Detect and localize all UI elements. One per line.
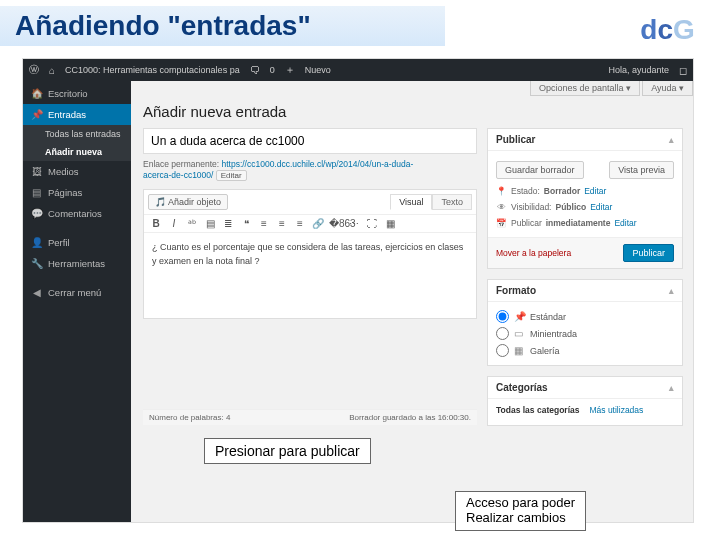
more-icon[interactable]: ⋯ — [347, 218, 361, 229]
strike-icon[interactable]: ᵃᵇ — [185, 218, 199, 229]
comments-icon[interactable]: 🗨 — [250, 65, 260, 76]
comments-count[interactable]: 0 — [270, 65, 275, 75]
new-icon[interactable]: ＋ — [285, 63, 295, 77]
tab-visual[interactable]: Visual — [390, 194, 432, 210]
tab-text[interactable]: Texto — [432, 194, 472, 210]
dashboard-icon: 🏠 — [31, 88, 42, 99]
move-to-trash-link[interactable]: Mover a la papelera — [496, 248, 571, 258]
wp-logo-icon[interactable]: ⓦ — [29, 63, 39, 77]
slide-title: Añadiendo "entradas" — [15, 10, 311, 42]
aside-icon: ▭ — [514, 328, 525, 339]
bold-icon[interactable]: B — [149, 218, 163, 229]
edit-status-link[interactable]: Editar — [584, 186, 606, 196]
fullscreen-icon[interactable]: ⛶ — [365, 218, 379, 229]
callout-access-changes: Acceso para poderRealizar cambios — [455, 491, 586, 531]
ol-icon[interactable]: ≣ — [221, 218, 235, 229]
admin-bar: ⓦ ⌂ CC1000: Herramientas computacionales… — [23, 59, 693, 81]
permalink-url[interactable]: https://cc1000.dcc.uchile.cl/wp/2014/04/… — [221, 159, 413, 169]
site-name[interactable]: CC1000: Herramientas computacionales pa — [65, 65, 240, 75]
sidebar-item-posts[interactable]: 📌Entradas — [23, 104, 131, 125]
sidebar-item-dashboard[interactable]: 🏠Escritorio — [23, 83, 131, 104]
greeting[interactable]: Hola, ayudante — [608, 65, 669, 75]
site-home-icon[interactable]: ⌂ — [49, 65, 55, 76]
permalink-row: Enlace permanente: https://cc1000.dcc.uc… — [143, 159, 477, 181]
comments-icon: 💬 — [31, 208, 42, 219]
chevron-up-icon[interactable]: ▴ — [669, 383, 674, 393]
chevron-up-icon[interactable]: ▴ — [669, 135, 674, 145]
align-left-icon[interactable]: ≡ — [257, 218, 271, 229]
new-label[interactable]: Nuevo — [305, 65, 331, 75]
sidebar-sub-add-new[interactable]: Añadir nueva — [23, 143, 131, 161]
collapse-icon: ◀ — [31, 287, 42, 298]
dcc-logo: dcG — [625, 2, 710, 57]
draft-saved-text: Borrador guardado a las 16:00:30. — [349, 413, 471, 422]
post-title-input[interactable] — [143, 128, 477, 154]
cat-tab-all[interactable]: Todas las categorías — [496, 405, 579, 415]
help-tab[interactable]: Ayuda ▾ — [642, 81, 693, 96]
edit-visibility-link[interactable]: Editar — [590, 202, 612, 212]
align-center-icon[interactable]: ≡ — [275, 218, 289, 229]
unlink-icon[interactable]: �863 — [329, 218, 343, 229]
pin-icon: 📌 — [31, 109, 42, 120]
pin-icon: 📌 — [514, 311, 525, 322]
quote-icon[interactable]: ❝ — [239, 218, 253, 229]
permalink-slug[interactable]: acerca-de-cc1000/ — [143, 170, 213, 180]
editor-content[interactable]: ¿ Cuanto es el porcentaje que se conside… — [144, 233, 476, 318]
add-media-button[interactable]: 🎵 Añadir objeto — [148, 194, 228, 210]
format-aside[interactable]: ▭Minientrada — [496, 325, 674, 342]
edit-schedule-link[interactable]: Editar — [614, 218, 636, 228]
format-standard[interactable]: 📌Estándar — [496, 308, 674, 325]
callout-press-to-publish: Presionar para publicar — [204, 438, 371, 464]
save-draft-button[interactable]: Guardar borrador — [496, 161, 584, 179]
editor-footer: Número de palabras: 4 Borrador guardado … — [143, 409, 477, 425]
chevron-up-icon[interactable]: ▴ — [669, 286, 674, 296]
sidebar-item-profile[interactable]: 👤Perfil — [23, 232, 131, 253]
sidebar-sub-all-posts[interactable]: Todas las entradas — [23, 125, 131, 143]
screen-options-tab[interactable]: Opciones de pantalla ▾ — [530, 81, 640, 96]
page-title: Añadir nueva entrada — [143, 103, 683, 120]
toggle-toolbar-icon[interactable]: ▦ — [383, 218, 397, 229]
pin-icon: 📍 — [496, 186, 507, 196]
admin-sidebar: 🏠Escritorio 📌Entradas Todas las entradas… — [23, 81, 131, 522]
avatar-icon[interactable]: ◻ — [679, 65, 687, 76]
media-icon: 🖼 — [31, 166, 42, 177]
calendar-icon: 📅 — [496, 218, 507, 228]
align-right-icon[interactable]: ≡ — [293, 218, 307, 229]
editor-box: 🎵 Añadir objeto Visual Texto B I ᵃᵇ ▤ ≣ — [143, 189, 477, 319]
permalink-label: Enlace permanente: — [143, 159, 219, 169]
gallery-icon: ▦ — [514, 345, 525, 356]
sidebar-item-pages[interactable]: ▤Páginas — [23, 182, 131, 203]
sidebar-collapse[interactable]: ◀Cerrar menú — [23, 282, 131, 303]
ul-icon[interactable]: ▤ — [203, 218, 217, 229]
eye-icon: 👁 — [496, 202, 507, 212]
publish-button[interactable]: Publicar — [623, 244, 674, 262]
cat-tab-mostused[interactable]: Más utilizadas — [589, 405, 643, 415]
categories-panel: Categorías▴ Todas las categorías Más uti… — [487, 376, 683, 426]
sidebar-item-media[interactable]: 🖼Medios — [23, 161, 131, 182]
format-panel: Formato▴ 📌Estándar ▭Minientrada ▦Galería — [487, 279, 683, 366]
tools-icon: 🔧 — [31, 258, 42, 269]
profile-icon: 👤 — [31, 237, 42, 248]
edit-slug-button[interactable]: Editar — [216, 170, 247, 181]
preview-button[interactable]: Vista previa — [609, 161, 674, 179]
sidebar-item-comments[interactable]: 💬Comentarios — [23, 203, 131, 224]
italic-icon[interactable]: I — [167, 218, 181, 229]
publish-panel: Publicar▴ Guardar borrador Vista previa … — [487, 128, 683, 269]
pages-icon: ▤ — [31, 187, 42, 198]
editor-toolbar: B I ᵃᵇ ▤ ≣ ❝ ≡ ≡ ≡ 🔗 �863 ⋯ ⛶ — [144, 215, 476, 233]
format-gallery[interactable]: ▦Galería — [496, 342, 674, 359]
link-icon[interactable]: 🔗 — [311, 218, 325, 229]
sidebar-item-tools[interactable]: 🔧Herramientas — [23, 253, 131, 274]
